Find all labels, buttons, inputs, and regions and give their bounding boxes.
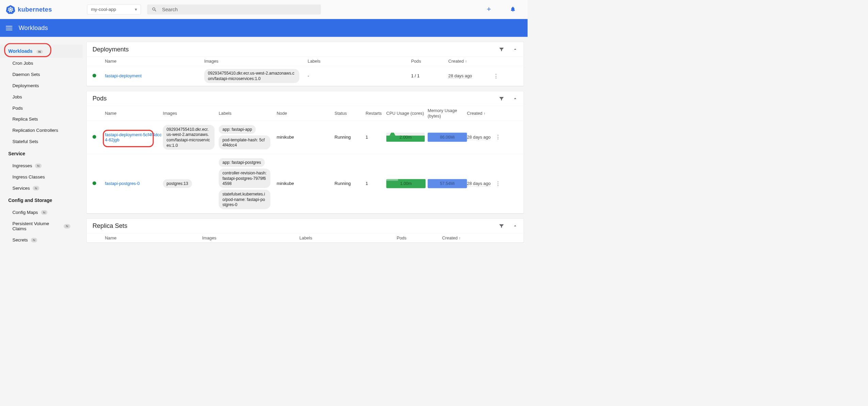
- sidebar-item-label: Pods: [12, 105, 22, 111]
- deployment-row: fastapi-deployment 092934755410.dkr.ecr.…: [87, 66, 524, 86]
- label-tag: pod-template-hash: 5cf4f4dcc4: [219, 136, 270, 150]
- kubernetes-icon: [6, 5, 15, 14]
- sort-asc-icon: ↑: [465, 59, 467, 63]
- filter-icon[interactable]: [499, 96, 504, 101]
- sidebar-section-workloads[interactable]: Workloads N: [0, 45, 83, 58]
- plus-icon: [486, 6, 492, 12]
- pod-node: minikube: [277, 181, 335, 186]
- sidebar-item-label: Ingress Classes: [12, 174, 45, 180]
- sidebar-item-label: Ingresses: [12, 163, 32, 169]
- menu-icon[interactable]: [6, 25, 12, 31]
- sidebar-item[interactable]: Replication Controllers: [0, 125, 83, 136]
- sidebar-item[interactable]: Daemon Sets: [0, 69, 83, 80]
- badge-n: N: [33, 186, 39, 190]
- namespace-value: my-cool-app: [91, 7, 116, 12]
- sidebar-item-label: Cron Jobs: [12, 61, 33, 66]
- chevron-down-icon: ▾: [135, 7, 137, 12]
- sidebar-item[interactable]: Pods: [0, 103, 83, 114]
- sidebar-item-label: Daemon Sets: [12, 72, 40, 77]
- pod-restarts: 1: [366, 181, 386, 186]
- badge-n: N: [36, 50, 43, 53]
- badge-n: N: [64, 224, 70, 229]
- image-tag: 092934755410.dkr.ecr.us-west-2.amazonaws…: [163, 125, 214, 150]
- deployment-link[interactable]: fastapi-deployment: [105, 74, 204, 79]
- badge-n: N: [35, 163, 42, 168]
- sidebar-item[interactable]: Stateful Sets: [0, 136, 83, 147]
- label-tag: app: fastapi-app: [219, 125, 256, 134]
- page-header-bar: Workloads: [0, 19, 528, 37]
- sidebar-item[interactable]: SecretsN: [0, 235, 83, 246]
- sidebar-item-label: Deployments: [12, 83, 39, 89]
- sidebar-item[interactable]: Config MapsN: [0, 207, 83, 218]
- sidebar-section-service[interactable]: Service: [0, 147, 83, 160]
- deployments-title: Deployments: [93, 46, 129, 53]
- deployments-table-head: Name Images Labels Pods Created↑: [87, 57, 524, 66]
- pods-card: Pods Name Images Labels Node Status Rest…: [86, 91, 524, 213]
- replicasets-card: Replica Sets Name Images Labels Pods Cre…: [86, 218, 524, 243]
- sidebar-item-label: Replica Sets: [12, 116, 38, 122]
- sidebar-item[interactable]: ServicesN: [0, 183, 83, 194]
- label-tag: controller-revision-hash: fastapi-postgr…: [219, 169, 270, 188]
- row-menu-button[interactable]: ⋮: [490, 73, 502, 79]
- pod-node: minikube: [277, 135, 335, 140]
- sidebar-item[interactable]: Ingress Classes: [0, 171, 83, 183]
- badge-n: N: [31, 238, 37, 242]
- sidebar-item-label: Persistent Volume Claims: [12, 221, 61, 232]
- pod-status: Running: [335, 181, 366, 186]
- badge-n: N: [41, 210, 47, 215]
- pod-status: Running: [335, 135, 366, 140]
- sidebar-item-label: Config Maps: [12, 210, 38, 215]
- cpu-usage-bar: 2.00m: [386, 133, 425, 142]
- label-tag: app: fastapi-postgres: [219, 158, 264, 167]
- sidebar-item-label: Stateful Sets: [12, 139, 38, 144]
- search-placeholder: Search: [162, 6, 178, 12]
- sidebar-item-label: Jobs: [12, 94, 22, 100]
- pod-link[interactable]: fastapi-deployment-5cf4f4dcc4-62jgb: [105, 132, 163, 142]
- namespace-select[interactable]: my-cool-app ▾: [87, 4, 141, 14]
- deployments-card: Deployments Name Images Labels Pods Crea…: [86, 42, 524, 86]
- sort-asc-icon: ↑: [484, 111, 485, 115]
- search-icon: [152, 7, 157, 12]
- collapse-icon[interactable]: [513, 223, 518, 229]
- sidebar-item-label: Services: [12, 186, 30, 191]
- sidebar-item[interactable]: IngressesN: [0, 160, 83, 171]
- pods-table-head: Name Images Labels Node Status Restarts …: [87, 106, 524, 121]
- sidebar-item[interactable]: Jobs: [0, 91, 83, 103]
- sidebar-section-config[interactable]: Config and Storage: [0, 194, 83, 207]
- filter-icon[interactable]: [499, 223, 504, 229]
- status-ok-icon: [93, 182, 96, 185]
- cpu-usage-bar: 1.00m: [386, 179, 425, 188]
- search-input[interactable]: Search: [147, 4, 321, 14]
- pod-restarts: 1: [366, 135, 386, 140]
- mem-usage-bar: 57.54Mi: [428, 179, 467, 188]
- page-title: Workloads: [19, 25, 48, 32]
- status-ok-icon: [93, 135, 96, 139]
- pod-link[interactable]: fastapi-postgres-0: [105, 181, 140, 186]
- replicasets-table-head: Name Images Labels Pods Created↑: [87, 233, 524, 243]
- row-menu-button[interactable]: ⋮: [492, 181, 504, 187]
- row-menu-button[interactable]: ⋮: [492, 134, 504, 141]
- sidebar: Workloads N Cron JobsDaemon SetsDeployme…: [0, 37, 83, 248]
- notifications-button[interactable]: [504, 6, 522, 13]
- collapse-icon[interactable]: [513, 47, 518, 52]
- create-button[interactable]: [480, 6, 498, 13]
- brand-text: kubernetes: [18, 6, 52, 13]
- sidebar-item[interactable]: Replica Sets: [0, 114, 83, 125]
- sidebar-item-label: Replication Controllers: [12, 128, 58, 133]
- sidebar-item[interactable]: Persistent Volume ClaimsN: [0, 218, 83, 235]
- filter-icon[interactable]: [499, 47, 504, 52]
- pods-title: Pods: [93, 95, 107, 102]
- sidebar-item[interactable]: Deployments: [0, 80, 83, 91]
- label-tag: statefulset.kubernetes.io/pod-name: fast…: [219, 190, 270, 209]
- pod-created: 28 days ago: [467, 135, 491, 140]
- image-tag: 092934755410.dkr.ecr.us-west-2.amazonaws…: [204, 69, 300, 83]
- topbar: kubernetes my-cool-app ▾ Search: [0, 0, 528, 19]
- bell-icon: [510, 6, 516, 12]
- brand-logo: kubernetes: [6, 5, 52, 14]
- sort-asc-icon: ↑: [459, 236, 461, 240]
- collapse-icon[interactable]: [513, 96, 518, 101]
- sidebar-item[interactable]: Cron Jobs: [0, 58, 83, 69]
- replicasets-title: Replica Sets: [93, 222, 127, 230]
- pod-created: 28 days ago: [467, 181, 491, 186]
- sidebar-item-label: Secrets: [12, 237, 28, 243]
